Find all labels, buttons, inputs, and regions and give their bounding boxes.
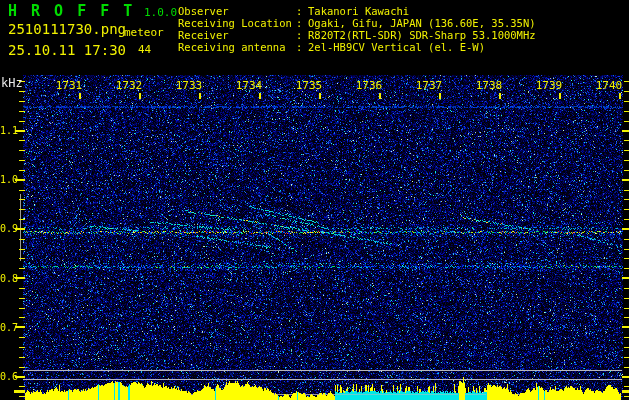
freq-tick-label: 0.6 xyxy=(0,372,18,382)
info-value: Takanori Kawachi xyxy=(308,6,409,17)
info-label: Observer xyxy=(178,6,296,17)
time-tick-label: 1740 xyxy=(584,80,629,91)
hrofft-screen: H R O F F T 1.0.0 2510111730.png meteor … xyxy=(0,0,629,400)
info-label: Receiving antenna xyxy=(178,42,296,53)
info-row-observer: Observer:Takanori Kawachi xyxy=(178,6,409,17)
app-title: H R O F F T xyxy=(8,4,135,19)
freq-tick-label: 1.0 xyxy=(0,175,18,185)
echo-count: 44 xyxy=(138,44,151,55)
freq-tick-label: 0.9 xyxy=(0,224,18,234)
freq-tick-label: 0.7 xyxy=(0,323,18,333)
info-separator: : xyxy=(296,30,308,41)
time-tick-label: 1733 xyxy=(164,80,214,91)
freq-tick-label: 1.1 xyxy=(0,126,18,136)
info-label: Receiver xyxy=(178,30,296,41)
time-tick-label: 1731 xyxy=(44,80,94,91)
time-tick-label: 1738 xyxy=(464,80,514,91)
info-value: Ogaki, Gifu, JAPAN (136.60E, 35.35N) xyxy=(308,18,536,29)
y-axis-unit-label: kHz xyxy=(1,77,23,89)
info-separator: : xyxy=(296,42,308,53)
info-row-antenna: Receiving antenna:2el-HB9CV Vertical (el… xyxy=(178,42,485,53)
info-label: Receiving Location xyxy=(178,18,296,29)
time-tick-label: 1739 xyxy=(524,80,574,91)
time-tick-label: 1737 xyxy=(404,80,454,91)
freq-tick-label: 0.8 xyxy=(0,274,18,284)
info-separator: : xyxy=(296,18,308,29)
mode-label: meteor xyxy=(124,27,164,38)
spectrogram-canvas xyxy=(0,0,629,400)
app-version: 1.0.0 xyxy=(144,7,177,18)
time-tick-label: 1734 xyxy=(224,80,274,91)
info-value: 2el-HB9CV Vertical (el. E-W) xyxy=(308,42,485,53)
time-tick-label: 1735 xyxy=(284,80,334,91)
time-tick-label: 1732 xyxy=(104,80,154,91)
info-separator: : xyxy=(296,6,308,17)
info-row-location: Receiving Location:Ogaki, Gifu, JAPAN (1… xyxy=(178,18,536,29)
datetime-label: 25.10.11 17:30 xyxy=(8,43,126,57)
output-filename: 2510111730.png xyxy=(8,22,126,36)
info-value: R820T2(RTL-SDR) SDR-Sharp 53.1000MHz xyxy=(308,30,536,41)
info-row-receiver: Receiver:R820T2(RTL-SDR) SDR-Sharp 53.10… xyxy=(178,30,536,41)
time-tick-label: 1736 xyxy=(344,80,394,91)
